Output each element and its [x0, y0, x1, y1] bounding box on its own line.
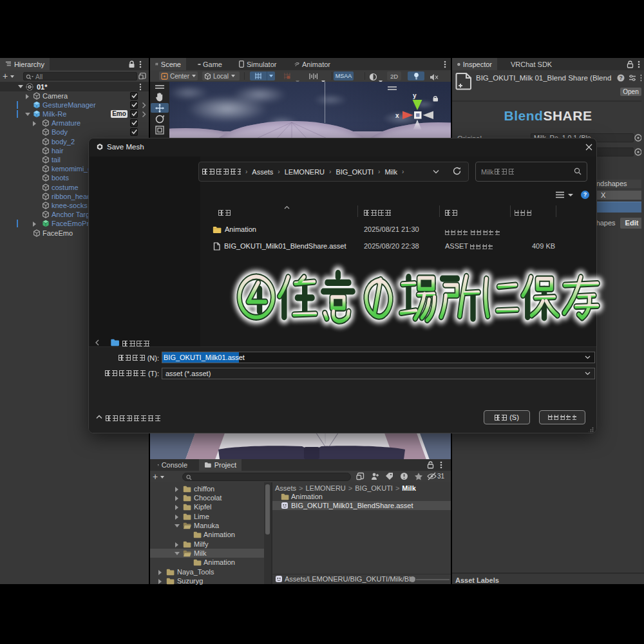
svg-text:?: ? — [620, 75, 623, 81]
svg-text:y: y — [413, 92, 417, 99]
svg-text:x: x — [395, 112, 399, 119]
